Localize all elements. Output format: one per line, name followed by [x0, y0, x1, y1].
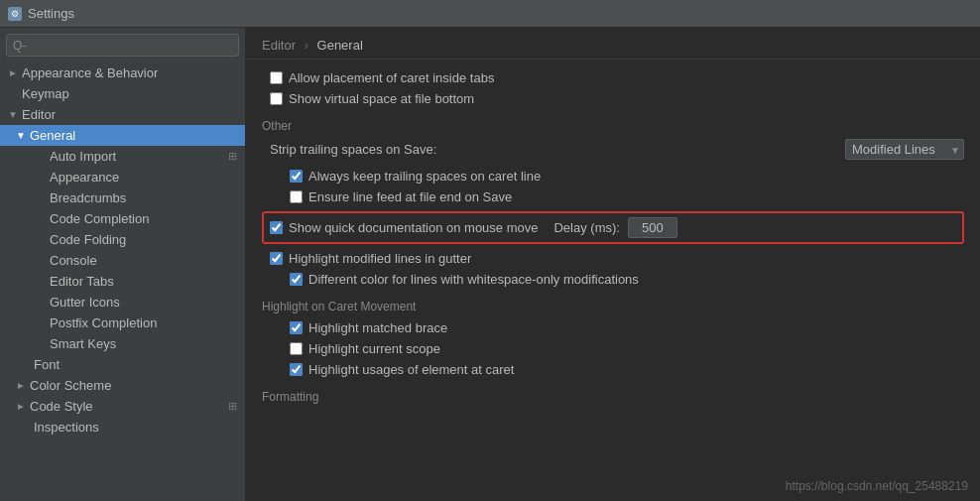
keep-trailing-checkbox[interactable] — [290, 170, 303, 183]
different-color-indent: Different color for lines with whitespac… — [282, 269, 964, 290]
highlight-caret-section-label: Highlight on Caret Movement — [262, 300, 964, 313]
keep-trailing-label: Always keep trailing spaces on caret lin… — [308, 169, 541, 184]
url-watermark: https://blog.csdn.net/qq_25488219 — [786, 479, 968, 493]
quick-doc-row: Show quick documentation on mouse move D… — [262, 211, 964, 244]
highlight-current-scope-label: Highlight current scope — [308, 341, 440, 356]
badge-icon: ⊞ — [228, 150, 237, 163]
sidebar: Q- Appearance & Behavior Keymap Editor G… — [0, 28, 246, 501]
highlight-modified-label: Highlight modified lines in gutter — [289, 251, 471, 266]
breadcrumb-separator: › — [305, 38, 312, 53]
main-layout: Q- Appearance & Behavior Keymap Editor G… — [0, 28, 980, 501]
strip-trailing-label: Strip trailing spaces on Save: — [270, 142, 436, 157]
sidebar-item-console[interactable]: Console — [0, 250, 245, 271]
arrow-icon — [16, 401, 26, 412]
virtual-space-label: Show virtual space at file bottom — [289, 91, 474, 106]
delay-input[interactable] — [628, 217, 677, 238]
formatting-section-label: Formatting — [262, 390, 964, 404]
badge-icon: ⊞ — [228, 400, 237, 413]
content-body: Allow placement of caret inside tabs Sho… — [246, 60, 980, 424]
checkbox-keep-trailing: Always keep trailing spaces on caret lin… — [290, 166, 964, 187]
sidebar-item-code-style[interactable]: Code Style ⊞ — [0, 396, 245, 417]
strip-trailing-row: Strip trailing spaces on Save: None All … — [270, 139, 964, 160]
checkbox-virtual-space: Show virtual space at file bottom — [270, 88, 964, 109]
search-input[interactable] — [30, 38, 232, 53]
sidebar-item-smart-keys[interactable]: Smart Keys — [0, 333, 245, 354]
caret-inside-tabs-label: Allow placement of caret inside tabs — [289, 70, 494, 85]
highlight-usages-checkbox[interactable] — [290, 363, 303, 376]
different-color-checkbox[interactable] — [290, 273, 303, 286]
highlight-modified-checkbox[interactable] — [270, 252, 283, 265]
sidebar-item-keymap[interactable]: Keymap — [0, 83, 245, 104]
arrow-icon — [8, 109, 18, 120]
different-color-label: Different color for lines with whitespac… — [308, 272, 639, 287]
quick-doc-label: Show quick documentation on mouse move — [289, 220, 538, 235]
arrow-icon — [16, 380, 26, 391]
checkbox-ensure-line-feed: Ensure line feed at file end on Save — [290, 187, 964, 207]
checkbox-different-color: Different color for lines with whitespac… — [290, 269, 964, 290]
strip-trailing-select[interactable]: None All Modified Lines — [845, 139, 964, 160]
sidebar-item-breadcrumbs[interactable]: Breadcrumbs — [0, 188, 245, 208]
caret-inside-tabs-checkbox[interactable] — [270, 71, 283, 84]
search-box[interactable]: Q- — [6, 34, 239, 57]
breadcrumb-editor: Editor — [262, 38, 296, 53]
highlight-matched-brace-label: Highlight matched brace — [308, 320, 447, 335]
ensure-line-feed-checkbox[interactable] — [290, 190, 303, 203]
highlight-matched-brace-checkbox[interactable] — [290, 321, 303, 334]
checkbox-highlight-usages: Highlight usages of element at caret — [290, 359, 964, 380]
arrow-icon — [16, 130, 26, 141]
sidebar-item-color-scheme[interactable]: Color Scheme — [0, 375, 245, 396]
breadcrumb: Editor › General — [246, 28, 980, 60]
highlight-usages-label: Highlight usages of element at caret — [308, 362, 514, 377]
search-icon: Q- — [13, 39, 26, 53]
other-section-label: Other — [262, 119, 964, 133]
sidebar-item-general[interactable]: General — [0, 125, 245, 146]
checkbox-highlight-current-scope: Highlight current scope — [290, 338, 964, 359]
strip-trailing-dropdown-wrapper: None All Modified Lines ▼ — [845, 139, 964, 160]
sidebar-item-appearance[interactable]: Appearance — [0, 167, 245, 188]
checkbox-caret-inside-tabs: Allow placement of caret inside tabs — [270, 67, 964, 88]
sidebar-item-font[interactable]: Font — [0, 354, 245, 375]
sidebar-item-code-completion[interactable]: Code Completion — [0, 208, 245, 229]
highlight-checkboxes: Highlight matched brace Highlight curren… — [282, 317, 964, 380]
sidebar-item-code-folding[interactable]: Code Folding — [0, 229, 245, 250]
breadcrumb-general: General — [317, 38, 363, 53]
settings-icon: ⚙ — [8, 7, 22, 21]
sidebar-item-editor[interactable]: Editor — [0, 104, 245, 125]
delay-label: Delay (ms): — [553, 220, 619, 235]
highlight-current-scope-checkbox[interactable] — [290, 342, 303, 355]
checkbox-highlight-modified: Highlight modified lines in gutter — [270, 248, 964, 269]
sidebar-item-inspections[interactable]: Inspections — [0, 417, 245, 438]
checkbox-highlight-matched-brace: Highlight matched brace — [290, 317, 964, 338]
title-bar: ⚙ Settings — [0, 0, 980, 28]
sidebar-item-auto-import[interactable]: Auto Import ⊞ — [0, 146, 245, 167]
quick-doc-checkbox[interactable] — [270, 221, 283, 234]
ensure-line-feed-label: Ensure line feed at file end on Save — [308, 189, 512, 204]
sidebar-item-postfix-completion[interactable]: Postfix Completion — [0, 313, 245, 333]
arrow-icon — [8, 67, 18, 78]
sidebar-item-appearance-behavior[interactable]: Appearance & Behavior — [0, 63, 245, 83]
virtual-space-checkbox[interactable] — [270, 92, 283, 105]
other-checkboxes: Always keep trailing spaces on caret lin… — [282, 166, 964, 207]
sidebar-item-gutter-icons[interactable]: Gutter Icons — [0, 292, 245, 313]
content-panel: Editor › General Allow placement of care… — [246, 28, 980, 501]
window-title: Settings — [28, 6, 74, 21]
sidebar-item-editor-tabs[interactable]: Editor Tabs — [0, 271, 245, 292]
